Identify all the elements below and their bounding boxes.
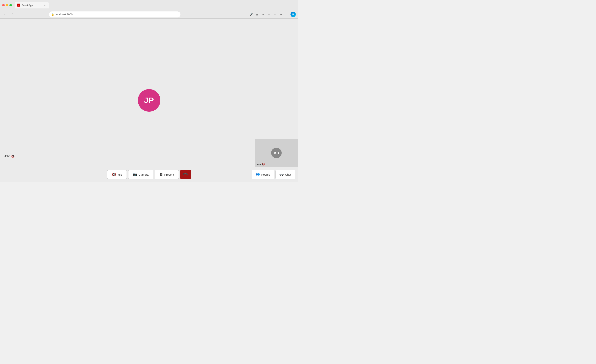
people-icon: 👥 <box>256 172 260 176</box>
end-call-button[interactable]: 📞 <box>180 170 191 179</box>
bing-button[interactable]: B <box>291 12 296 17</box>
call-main-area: JP John 🔇 AU You 🔇 🔇 Mic 📷 Camera 🖥 Pres… <box>0 19 298 182</box>
people-button[interactable]: 👥 People <box>252 170 274 179</box>
microphone-icon[interactable]: 🎤 <box>248 12 254 17</box>
self-muted-icon: 🔇 <box>262 163 265 166</box>
camera-icon: 📷 <box>133 172 137 176</box>
tab-close-button[interactable]: × <box>43 4 46 7</box>
minimize-window-button[interactable] <box>6 4 8 6</box>
more-tools-icon[interactable]: … <box>284 12 290 17</box>
close-window-button[interactable] <box>2 4 5 6</box>
back-button[interactable]: ‹ <box>2 12 7 17</box>
tab-bar: ● React App × + <box>15 2 296 8</box>
refresh-button[interactable]: ↺ <box>9 12 14 17</box>
new-tab-button[interactable]: + <box>49 2 55 8</box>
split-screen-icon[interactable]: ▭ <box>272 12 278 17</box>
address-bar[interactable]: 🔒 localhost:3000 <box>49 11 180 17</box>
lock-icon: 🔒 <box>51 13 54 16</box>
present-icon: 🖥 <box>159 173 163 176</box>
tab-title: React App <box>22 4 42 7</box>
favorites-icon[interactable]: ☆ <box>267 12 272 17</box>
extensions-icon[interactable]: ⊕ <box>278 12 284 17</box>
self-view-avatar: AU <box>271 148 282 158</box>
camera-button[interactable]: 📷 Camera <box>128 170 153 179</box>
browser-titlebar: ● React App × + <box>0 0 298 10</box>
chat-button[interactable]: 💬 Chat <box>276 170 295 179</box>
chat-icon: 💬 <box>279 172 283 176</box>
end-call-icon: 📞 <box>182 171 189 178</box>
reading-view-icon[interactable]: 𝐀 <box>261 12 266 17</box>
mic-button[interactable]: 🔇 Mic <box>107 170 127 179</box>
mic-off-icon: 🔇 <box>112 172 116 176</box>
tab-favicon: ● <box>17 4 20 7</box>
main-participant-label: John 🔇 <box>5 155 15 158</box>
maximize-window-button[interactable] <box>9 4 12 6</box>
traffic-lights <box>2 4 12 6</box>
main-participant-avatar: JP <box>138 89 160 112</box>
right-controls: 👥 People 💬 Chat <box>252 167 298 182</box>
self-view-panel: AU You 🔇 <box>255 139 298 167</box>
address-bar-row: ‹ ↺ 🔒 localhost:3000 🎤 ⊞ 𝐀 ☆ ▭ ⊕ … B <box>0 10 298 19</box>
self-view-label: You 🔇 <box>257 163 265 166</box>
present-button[interactable]: 🖥 Present <box>155 170 179 179</box>
grid-icon[interactable]: ⊞ <box>254 12 260 17</box>
toolbar-icons: 🎤 ⊞ 𝐀 ☆ ▭ ⊕ … B <box>248 12 296 17</box>
main-participant-muted-icon: 🔇 <box>11 155 15 158</box>
active-tab[interactable]: ● React App × <box>15 2 49 8</box>
url-text: localhost:3000 <box>56 13 178 16</box>
